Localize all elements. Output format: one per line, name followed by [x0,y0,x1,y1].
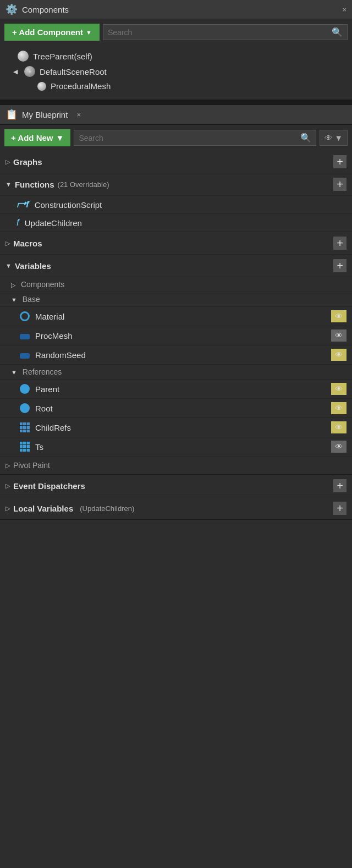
root-dot-icon [20,403,30,413]
procmesh-eye-badge[interactable]: 👁 [331,329,346,342]
tree-arrow [26,83,33,90]
functions-section[interactable]: ▼ Functions (21 Overridable) + [0,173,352,196]
material-eye-badge[interactable]: 👁 [331,310,346,322]
event-dispatchers-label: Event Dispatchers [13,481,85,491]
tree-item-proceduralmesh[interactable]: ProceduralMesh [0,79,352,93]
event-dispatchers-left: ▷ Event Dispatchers [6,481,85,491]
blueprint-toolbar: + Add New ▼ 🔍 👁 ▼ [0,124,352,151]
base-group-text: Base [23,295,40,304]
blueprint-search-box: 🔍 [74,130,316,146]
search-icon: 🔍 [332,27,343,37]
material-dot-icon [20,311,30,321]
randomseed-eye-badge[interactable]: 👁 [331,349,346,361]
parent-var-left: Parent [20,384,59,394]
update-children-icon: f [16,217,19,228]
eye-filter-button[interactable]: 👁 ▼ [320,130,348,146]
blueprint-panel: 📋 My Blueprint × + Add New ▼ 🔍 👁 ▼ ▷ Gra… [0,105,352,520]
components-panel-title: Components [22,5,69,14]
components-search-input[interactable] [108,28,328,37]
tree-arrow [7,53,13,59]
ts-eye-badge[interactable]: 👁 [331,441,346,453]
childrefs-label: ChildRefs [35,423,71,432]
parent-eye-badge[interactable]: 👁 [331,383,346,395]
search-icon: 🔍 [300,133,311,143]
randomseed-var-row[interactable]: RandomSeed 👁 [0,345,352,365]
update-children-label: UpdateChildren [25,218,82,228]
randomseed-label: RandomSeed [35,350,86,360]
local-variables-label: Local Variables [13,504,73,513]
root-eye-badge[interactable]: 👁 [331,402,346,414]
add-new-label: + Add New [11,133,53,142]
ts-var-left: Ts [20,442,43,452]
root-var-row[interactable]: Root 👁 [0,399,352,418]
event-dispatchers-section[interactable]: ▷ Event Dispatchers + [0,475,352,497]
blueprint-panel-header: 📋 My Blueprint × [0,105,352,124]
components-search-box: 🔍 [103,24,348,40]
variables-add-button[interactable]: + [333,259,346,272]
material-label: Material [35,312,64,321]
references-group-label: ▼ References [0,365,352,380]
macros-label: Macros [13,239,42,248]
variables-section[interactable]: ▼ Variables + [0,255,352,277]
tree-item-treeparent[interactable]: TreeParent(self) [0,48,352,64]
procmesh-label: ProcMesh [35,331,73,340]
local-variables-add-button[interactable]: + [333,502,346,515]
construction-script-row[interactable]: ⮣f ConstructionScript [0,196,352,214]
blueprint-close-button[interactable]: × [76,111,81,119]
functions-sublabel: (21 Overridable) [58,180,109,189]
book-icon: 📋 [6,108,18,120]
procmesh-var-row[interactable]: ProcMesh 👁 [0,326,352,345]
graphs-arrow: ▷ [6,158,10,166]
components-toolbar: + Add Component ▼ 🔍 [0,19,352,45]
blueprint-search-input[interactable] [79,134,297,142]
material-var-left: Material [20,311,64,321]
procmesh-dot-icon [20,334,30,339]
procmesh-var-left: ProcMesh [20,331,73,340]
functions-add-button[interactable]: + [333,178,346,191]
macros-add-button[interactable]: + [333,237,346,250]
update-children-row[interactable]: f UpdateChildren [0,214,352,232]
add-component-button[interactable]: + Add Component ▼ [4,24,100,41]
tree-arrow-down: ◀ [13,68,20,75]
parent-var-row[interactable]: Parent 👁 [0,380,352,399]
blueprint-panel-header-left: 📋 My Blueprint × [6,108,81,120]
functions-section-left: ▼ Functions (21 Overridable) [6,180,109,189]
material-var-row[interactable]: Material 👁 [0,307,352,326]
root-label: Root [35,404,53,413]
graphs-section[interactable]: ▷ Graphs + [0,151,352,173]
local-variables-section[interactable]: ▷ Local Variables (UpdateChildren) + [0,497,352,520]
components-group-label: ▷ Components [0,277,352,292]
childrefs-var-row[interactable]: ChildRefs 👁 [0,418,352,437]
pivot-paint-label: Pivot Paint [13,461,50,470]
blueprint-panel-title: My Blueprint [22,110,68,119]
variables-arrow: ▼ [6,262,12,269]
local-variables-arrow: ▷ [6,505,10,512]
base-group-label: ▼ Base [0,292,352,307]
references-group-text: References [23,367,62,376]
tree-item-defaultsceneroot[interactable]: ◀ ✦ DefaultSceneRoot [0,64,352,79]
randomseed-dot-icon [20,353,30,359]
local-variables-left: ▷ Local Variables (UpdateChildren) [6,504,134,513]
functions-arrow: ▼ [6,181,12,188]
pivot-paint-arrow: ▷ [6,462,10,469]
childrefs-var-left: ChildRefs [20,422,71,432]
construction-script-icon: ⮣f [16,199,29,210]
components-close-button[interactable]: × [342,6,346,14]
add-new-button[interactable]: + Add New ▼ [4,129,70,146]
childrefs-eye-badge[interactable]: 👁 [331,421,346,433]
ts-var-row[interactable]: Ts 👁 [0,437,352,457]
local-variables-sublabel: (UpdateChildren) [80,504,134,513]
macros-arrow: ▷ [6,240,10,247]
tree-item-label: ProceduralMesh [51,81,111,91]
components-panel: ⚙️ Components × + Add Component ▼ 🔍 Tree… [0,0,352,101]
graphs-add-button[interactable]: + [333,155,346,168]
parent-dot-icon [20,384,30,394]
graphs-label: Graphs [13,157,42,167]
graphs-section-left: ▷ Graphs [6,157,42,167]
references-group-arrow: ▼ [11,369,17,376]
add-component-label: + Add Component [12,28,83,37]
pivot-paint-section[interactable]: ▷ Pivot Paint [0,457,352,475]
event-dispatchers-add-button[interactable]: + [333,479,346,492]
childrefs-grid-icon [20,422,30,432]
macros-section[interactable]: ▷ Macros + [0,232,352,255]
